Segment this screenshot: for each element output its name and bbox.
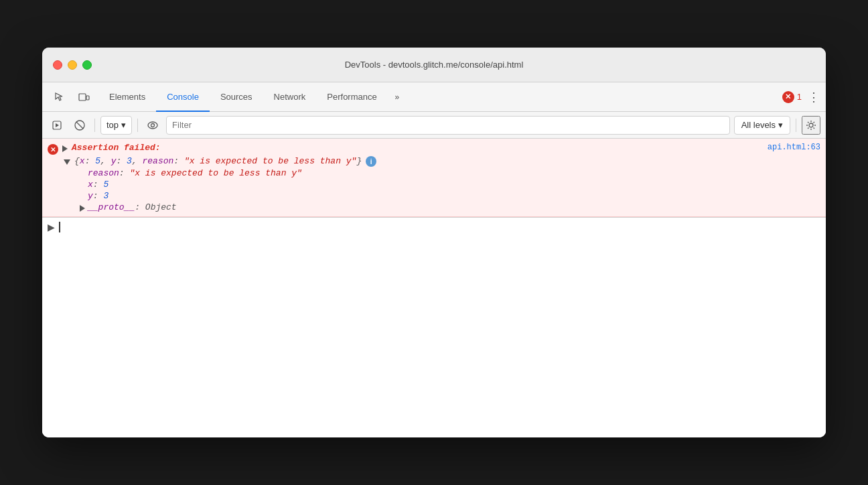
close-button[interactable] bbox=[53, 60, 62, 70]
log-levels-button[interactable]: All levels ▾ bbox=[734, 116, 790, 135]
minimize-button[interactable] bbox=[68, 60, 77, 70]
toolbar-divider-2 bbox=[137, 119, 138, 132]
devtools-panel: Elements Console Sources Network Perform… bbox=[42, 82, 826, 437]
svg-rect-1 bbox=[86, 96, 89, 100]
console-input-line[interactable] bbox=[59, 222, 820, 232]
proto-property: __proto__: Object bbox=[88, 202, 177, 212]
levels-arrow: ▾ bbox=[778, 120, 783, 130]
reason-key: reason: "x is expected to be less than y… bbox=[88, 168, 302, 178]
expand-obj-toggle[interactable] bbox=[64, 159, 70, 165]
tabbar-left-icons bbox=[45, 88, 98, 107]
assertion-label: Assertion failed: bbox=[72, 143, 161, 153]
svg-line-5 bbox=[76, 122, 83, 129]
clear-console-button[interactable] bbox=[70, 116, 89, 135]
x-property-line: x: 5 bbox=[88, 180, 820, 190]
titlebar: DevTools - devtools.glitch.me/console/ap… bbox=[42, 48, 826, 82]
svg-point-6 bbox=[148, 122, 157, 129]
obj-summary-line: {x: 5, y: 3, reason: "x is expected to b… bbox=[64, 156, 820, 167]
console-settings-button[interactable] bbox=[802, 116, 820, 135]
error-header: ✕ Assertion failed: api.html:63 bbox=[48, 143, 820, 155]
error-entry: ✕ Assertion failed: api.html:63 {x: 5, y… bbox=[42, 139, 826, 217]
file-reference[interactable]: api.html:63 bbox=[768, 143, 820, 152]
context-value: top bbox=[106, 120, 119, 130]
inspect-element-icon[interactable] bbox=[50, 88, 69, 107]
svg-point-8 bbox=[809, 123, 813, 127]
reason-property-line: reason: "x is expected to be less than y… bbox=[88, 168, 820, 178]
tabbar-right: ✕ 1 ⋮ bbox=[782, 88, 823, 107]
svg-marker-3 bbox=[56, 123, 59, 127]
expand-error-toggle[interactable] bbox=[62, 145, 68, 152]
console-input-area[interactable]: ▶ bbox=[42, 217, 826, 236]
x-key: x: 5 bbox=[88, 180, 108, 190]
more-tabs-button[interactable]: » bbox=[388, 88, 407, 107]
tab-sources[interactable]: Sources bbox=[210, 82, 263, 112]
input-prompt-icon[interactable]: ▶ bbox=[48, 222, 55, 232]
more-options-button[interactable]: ⋮ bbox=[804, 88, 823, 107]
expand-proto-toggle[interactable] bbox=[80, 205, 85, 212]
eye-icon-button[interactable] bbox=[143, 116, 162, 135]
svg-rect-0 bbox=[79, 94, 86, 100]
console-output[interactable]: ✕ Assertion failed: api.html:63 {x: 5, y… bbox=[42, 139, 826, 437]
traffic-lights bbox=[53, 60, 92, 70]
y-key: y: 3 bbox=[88, 191, 108, 201]
run-snippet-button[interactable] bbox=[48, 116, 66, 135]
tab-network[interactable]: Network bbox=[263, 82, 317, 112]
maximize-button[interactable] bbox=[82, 60, 92, 70]
toolbar-divider-1 bbox=[94, 119, 95, 132]
levels-label: All levels bbox=[741, 120, 776, 130]
error-count: 1 bbox=[797, 92, 802, 102]
device-toolbar-icon[interactable] bbox=[74, 88, 93, 107]
tab-elements[interactable]: Elements bbox=[98, 82, 156, 112]
context-dropdown-arrow: ▾ bbox=[121, 120, 126, 130]
context-selector[interactable]: top ▾ bbox=[100, 116, 132, 135]
devtools-window: DevTools - devtools.glitch.me/console/ap… bbox=[42, 48, 826, 437]
tab-console[interactable]: Console bbox=[156, 82, 210, 112]
proto-line: __proto__: Object bbox=[80, 202, 820, 212]
tab-performance[interactable]: Performance bbox=[316, 82, 387, 112]
text-cursor bbox=[59, 222, 60, 232]
tabbar: Elements Console Sources Network Perform… bbox=[42, 82, 826, 112]
error-icon: ✕ bbox=[48, 144, 58, 155]
error-count-icon: ✕ bbox=[782, 91, 794, 103]
svg-point-7 bbox=[151, 123, 155, 127]
info-icon[interactable]: i bbox=[366, 156, 376, 167]
obj-summary: {x: 5, y: 3, reason: "x is expected to b… bbox=[74, 156, 362, 166]
error-badge[interactable]: ✕ 1 bbox=[782, 91, 802, 103]
filter-input[interactable] bbox=[166, 116, 730, 135]
y-property-line: y: 3 bbox=[88, 191, 820, 201]
console-toolbar: top ▾ All levels ▾ bbox=[42, 112, 826, 139]
toolbar-divider-3 bbox=[796, 119, 796, 132]
window-title: DevTools - devtools.glitch.me/console/ap… bbox=[345, 60, 524, 70]
